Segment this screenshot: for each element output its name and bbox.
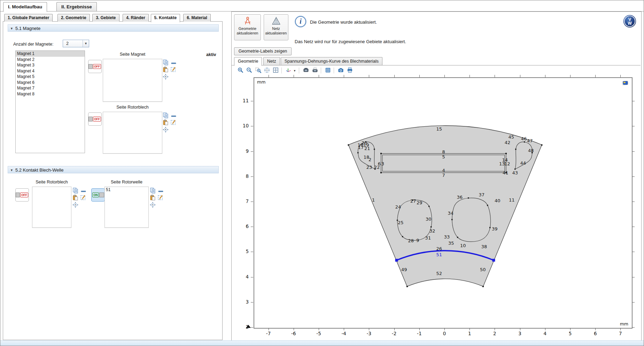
main-tab-I. Modellaufbau[interactable]: I. Modellaufbau xyxy=(3,2,47,12)
edge-label-29[interactable]: 29 xyxy=(417,200,422,205)
edge-label-52[interactable]: 52 xyxy=(436,271,442,276)
edge-label-30[interactable]: 30 xyxy=(426,217,432,222)
zoom-box-icon[interactable] xyxy=(255,67,261,73)
zoom-extents-icon[interactable] xyxy=(264,67,270,73)
paste-selection-icon[interactable] xyxy=(72,195,78,200)
zoom-to-selection-icon[interactable] xyxy=(163,74,169,80)
copy-selection-icon[interactable] xyxy=(72,188,78,194)
edge-label-1[interactable]: 1 xyxy=(372,197,375,202)
show-geometry-labels-button[interactable]: Geometrie-Labels zeigen xyxy=(234,47,292,55)
clear-selection-icon[interactable] xyxy=(80,195,86,200)
main-tab-II. Ergebnisse[interactable]: II. Ergebnisse xyxy=(56,2,97,11)
edge-label-49[interactable]: 49 xyxy=(401,267,407,272)
magnet-list[interactable]: Magnet 1Magnet 2Magnet 3Magnet 4Magnet 5… xyxy=(15,50,85,153)
edge-label-43[interactable]: 43 xyxy=(512,170,518,175)
chevron-down-icon[interactable]: ▼ xyxy=(293,69,296,72)
toggle-seite-rotorwelle[interactable]: ON xyxy=(91,188,105,202)
update-geometry-button[interactable]: Geometrie aktualisieren xyxy=(234,14,261,40)
edge-label-28[interactable]: 28 xyxy=(408,238,414,243)
copy-selection-icon[interactable] xyxy=(163,112,169,118)
edge-label-21[interactable]: 21 xyxy=(364,146,370,151)
list-item-Magnet 3[interactable]: Magnet 3 xyxy=(16,62,85,68)
edge-label-33[interactable]: 33 xyxy=(444,234,450,239)
paste-selection-icon[interactable] xyxy=(150,195,156,200)
chevron-down-icon[interactable]: ▼ xyxy=(83,40,89,47)
update-mesh-button[interactable]: Netz aktualisieren xyxy=(264,14,288,40)
zoom-to-selection-icon[interactable] xyxy=(273,67,279,73)
edge-label-2[interactable]: 2 xyxy=(368,157,371,162)
copy-selection-icon[interactable] xyxy=(163,60,169,65)
geometry-plot-canvas[interactable]: 1516201917211822322638547141312414342454… xyxy=(254,77,633,329)
edge-label-13[interactable]: 13 xyxy=(499,161,505,166)
section-header-kontakt[interactable]: ▼5.2 Kontakt Blech-Welle xyxy=(8,166,219,173)
list-item-Magnet 6[interactable]: Magnet 6 xyxy=(16,80,85,86)
edge-label-25[interactable]: 25 xyxy=(398,220,404,225)
edge-label-11[interactable]: 11 xyxy=(509,197,515,202)
image-export-icon[interactable] xyxy=(312,67,318,73)
view-tab-Netz[interactable]: Netz xyxy=(263,57,280,65)
edge-label-23[interactable]: 23 xyxy=(366,164,372,170)
selection-box-seite-rotorblech-2[interactable] xyxy=(32,187,71,228)
edge-label-37[interactable]: 37 xyxy=(479,192,484,197)
edge-label-32[interactable]: 32 xyxy=(429,228,435,234)
edge-label-41[interactable]: 41 xyxy=(503,170,509,175)
left-tab-1. Globale Parameter[interactable]: 1. Globale Parameter xyxy=(4,14,53,22)
edge-label-27[interactable]: 27 xyxy=(410,198,416,203)
edge-label-51[interactable]: 51 xyxy=(436,252,442,257)
remove-from-selection-icon[interactable] xyxy=(158,188,164,194)
left-tab-6. Material[interactable]: 6. Material xyxy=(183,14,211,22)
list-item-Magnet 1[interactable]: Magnet 1 xyxy=(16,51,85,57)
list-item-Magnet 5[interactable]: Magnet 5 xyxy=(16,74,85,80)
list-item-Magnet 7[interactable]: Magnet 7 xyxy=(16,85,85,91)
selection-box-seite-magnet[interactable] xyxy=(103,59,162,102)
edge-label-8[interactable]: 8 xyxy=(442,149,445,154)
zoom-to-selection-icon[interactable] xyxy=(72,202,78,208)
left-tab-4. Ränder[interactable]: 4. Ränder xyxy=(123,14,149,22)
edge-label-42[interactable]: 42 xyxy=(505,140,511,145)
selection-box-seite-rotorblech-1[interactable] xyxy=(103,112,162,154)
section-header-magnete[interactable]: ▼5.1 Magnete xyxy=(8,24,219,32)
magnet-count-select[interactable]: 2 ▼ xyxy=(63,40,89,47)
remove-from-selection-icon[interactable] xyxy=(171,60,177,66)
edge-label-24[interactable]: 24 xyxy=(395,204,401,209)
edge-label-7[interactable]: 7 xyxy=(442,173,445,178)
toggle-seite-rotorblech-1[interactable]: OFF xyxy=(88,112,102,126)
selection-box-seite-rotorwelle[interactable]: 51 xyxy=(104,187,149,228)
clear-selection-icon[interactable] xyxy=(170,66,176,72)
zoom-out-icon[interactable] xyxy=(246,67,252,73)
axis-orientation-icon[interactable] xyxy=(286,67,292,73)
zoom-to-selection-icon[interactable] xyxy=(150,202,156,208)
view-tab-Spannungs-Dehnungs-Kurve des Blechmaterials[interactable]: Spannungs-Dehnungs-Kurve des Blechmateri… xyxy=(281,57,382,65)
edge-label-6[interactable]: 6 xyxy=(378,161,381,166)
paste-selection-icon[interactable] xyxy=(163,66,169,72)
image-snapshot-icon[interactable] xyxy=(303,67,309,73)
edge-label-44[interactable]: 44 xyxy=(520,160,526,165)
view-tab-Geometrie[interactable]: Geometrie xyxy=(234,57,262,66)
remove-from-selection-icon[interactable] xyxy=(171,113,177,119)
edge-label-50[interactable]: 50 xyxy=(480,267,486,272)
left-tab-3. Gebiete[interactable]: 3. Gebiete xyxy=(92,14,119,22)
list-item-Magnet 8[interactable]: Magnet 8 xyxy=(16,91,85,97)
plot-context-icon[interactable] xyxy=(621,80,630,86)
edge-label-45[interactable]: 45 xyxy=(509,134,514,140)
edge-label-39[interactable]: 39 xyxy=(492,226,498,231)
grid-icon[interactable] xyxy=(325,67,331,73)
edge-label-17[interactable]: 17 xyxy=(358,144,364,150)
edge-label-12[interactable]: 12 xyxy=(504,161,510,166)
edge-label-46[interactable]: 46 xyxy=(521,136,527,141)
edge-label-48[interactable]: 48 xyxy=(528,148,534,153)
edge-label-35[interactable]: 35 xyxy=(448,240,454,245)
left-tab-5. Kontakte[interactable]: 5. Kontakte xyxy=(151,14,180,22)
edge-label-47[interactable]: 47 xyxy=(527,138,533,143)
toggle-seite-magnet[interactable]: OFF xyxy=(88,60,102,73)
toggle-seite-rotorblech-2[interactable]: OFF xyxy=(15,188,29,202)
remove-from-selection-icon[interactable] xyxy=(80,188,86,194)
list-item-Magnet 4[interactable]: Magnet 4 xyxy=(16,68,85,74)
edge-label-31[interactable]: 31 xyxy=(425,235,431,240)
clear-selection-icon[interactable] xyxy=(157,195,163,200)
zoom-to-selection-icon[interactable] xyxy=(163,127,169,133)
camera-icon[interactable] xyxy=(338,67,344,73)
edge-label-36[interactable]: 36 xyxy=(457,194,463,199)
print-icon[interactable] xyxy=(347,67,353,73)
edge-label-10[interactable]: 10 xyxy=(460,243,466,248)
